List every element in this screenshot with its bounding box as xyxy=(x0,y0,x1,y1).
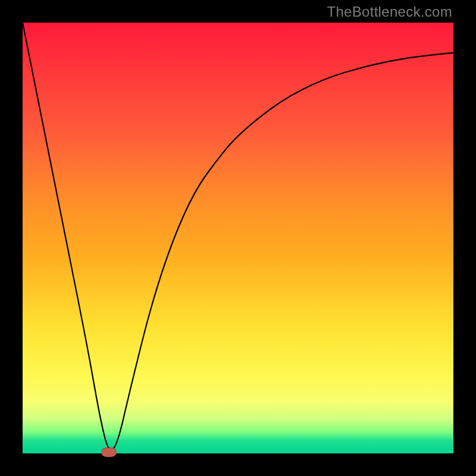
plot-area xyxy=(23,23,453,453)
bottleneck-curve xyxy=(23,23,453,453)
curve-path xyxy=(23,23,453,450)
attribution-text: TheBottleneck.com xyxy=(327,4,452,20)
notch-marker xyxy=(101,447,117,457)
chart-frame: TheBottleneck.com xyxy=(0,0,476,476)
